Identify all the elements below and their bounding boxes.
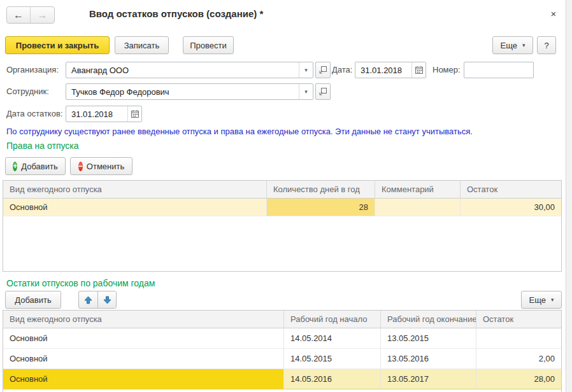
cell-year-end[interactable]: 13.05.2016 — [381, 349, 476, 369]
work-years-add-button[interactable]: Добавить — [5, 291, 61, 309]
cell-year-start[interactable]: 14.05.2015 — [284, 349, 381, 369]
employee-value: Тучков Федор Федорович — [66, 84, 299, 99]
employee-combo[interactable]: Тучков Федор Федорович ▾ — [66, 83, 313, 100]
vacation-rights-table: Вид ежегодного отпуска Количество дней в… — [3, 180, 562, 272]
help-button[interactable]: ? — [537, 36, 556, 54]
minus-icon: − — [78, 162, 83, 171]
open-form-icon — [319, 88, 327, 95]
warning-message: По сотруднику существуют ранее введенные… — [6, 127, 473, 136]
history-nav: ← → — [6, 6, 55, 24]
more-button-top[interactable]: Еще ▾ — [492, 36, 533, 54]
write-button[interactable]: Записать — [115, 36, 169, 54]
rights-add-label: Добавить — [21, 162, 57, 171]
section-title-vacation-rights: Права на отпуска — [6, 141, 79, 151]
employee-dropdown-button[interactable]: ▾ — [299, 84, 313, 99]
forward-icon: → — [38, 10, 48, 21]
page-title: Ввод остатков отпусков (создание) * — [89, 8, 263, 19]
calendar-icon — [131, 110, 139, 118]
table-row[interactable]: Основной 14.05.2014 13.05.2015 — [3, 328, 561, 349]
more-label: Еще — [529, 295, 546, 305]
number-input[interactable] — [464, 62, 533, 78]
calendar-icon — [415, 66, 423, 74]
move-down-button[interactable] — [97, 291, 117, 309]
number-label: Номер: — [433, 65, 461, 74]
open-form-icon — [319, 66, 327, 74]
forward-button[interactable]: → — [31, 7, 54, 23]
organization-dropdown-button[interactable]: ▾ — [299, 62, 313, 78]
arrow-up-icon — [84, 296, 92, 304]
plus-icon: + — [13, 162, 17, 171]
cell-balance[interactable] — [476, 328, 561, 349]
organization-value: Авангард ООО — [66, 62, 299, 78]
column-header: Вид ежегодного отпуска — [3, 181, 267, 199]
chevron-down-icon: ▾ — [551, 297, 554, 303]
work-year-balances-table: Вид ежегодного отпуска Рабочий год начал… — [3, 310, 562, 392]
post-and-close-button[interactable]: Провести и закрыть — [5, 36, 110, 54]
cell-year-start[interactable]: 14.05.2014 — [284, 328, 381, 349]
rights-cancel-button[interactable]: − Отменить — [70, 157, 132, 175]
employee-open-button[interactable] — [315, 83, 331, 100]
post-button[interactable]: Провести — [183, 36, 234, 54]
move-row-buttons — [78, 291, 117, 309]
chevron-down-icon: ▾ — [522, 42, 526, 48]
rights-add-button[interactable]: + Добавить — [5, 157, 66, 175]
date-value: 31.01.2018 — [355, 62, 411, 78]
cell-year-start[interactable]: 14.05.2016 — [284, 369, 381, 389]
balance-date-value: 31.01.2018 — [66, 106, 127, 122]
balance-date-calendar-button[interactable] — [127, 106, 141, 122]
column-header: Вид ежегодного отпуска — [3, 311, 284, 328]
back-icon: ← — [13, 10, 24, 21]
table-header-row: Вид ежегодного отпуска Количество дней в… — [3, 181, 561, 199]
rights-cancel-label: Отменить — [87, 162, 124, 171]
section-title-work-year-balances: Остатки отпусков по рабочим годам — [6, 278, 155, 288]
balance-date-label: Дата остатков: — [6, 109, 62, 118]
move-up-button[interactable] — [78, 291, 97, 309]
column-header: Комментарий — [375, 181, 461, 199]
close-button[interactable]: × — [547, 6, 561, 20]
column-header: Остаток — [461, 181, 561, 199]
document-window: ← → Ввод остатков отпусков (создание) * … — [0, 0, 572, 392]
cell-balance[interactable]: 2,00 — [476, 349, 561, 369]
cell-year-end[interactable]: 13.05.2015 — [381, 328, 476, 349]
table-row[interactable]: Основной 14.05.2015 13.05.2016 2,00 — [3, 349, 561, 369]
cell-comment[interactable] — [375, 199, 461, 216]
cell-year-end[interactable]: 13.05.2017 — [381, 369, 476, 389]
column-header: Рабочий год окончание — [381, 311, 476, 328]
cell-vacation-kind[interactable]: Основной — [3, 369, 284, 389]
cell-balance[interactable]: 28,00 — [476, 369, 561, 389]
chevron-down-icon: ▾ — [304, 67, 308, 73]
column-header: Рабочий год начало — [284, 311, 381, 328]
arrow-down-icon — [103, 296, 111, 304]
cell-balance[interactable]: 30,00 — [461, 199, 561, 216]
number-field[interactable] — [464, 62, 534, 78]
more-button-work-years[interactable]: Еще ▾ — [521, 291, 562, 309]
cell-vacation-kind[interactable]: Основной — [3, 199, 267, 216]
table-row-selected[interactable]: Основной 14.05.2016 13.05.2017 28,00 — [3, 369, 561, 389]
back-button[interactable]: ← — [7, 7, 31, 23]
column-header: Остаток — [476, 311, 561, 328]
cell-vacation-kind[interactable]: Основной — [3, 349, 284, 369]
organization-label: Организация: — [6, 65, 59, 74]
more-label: Еще — [501, 41, 517, 50]
employee-label: Сотрудник: — [6, 87, 49, 96]
table-row[interactable]: Основной 28 30,00 — [3, 199, 561, 216]
date-label: Дата: — [332, 65, 352, 74]
date-calendar-button[interactable] — [411, 62, 425, 78]
balance-date-field[interactable]: 31.01.2018 — [66, 106, 142, 122]
chevron-down-icon: ▾ — [304, 88, 308, 95]
organization-open-button[interactable] — [315, 62, 331, 78]
table-header-row: Вид ежегодного отпуска Рабочий год начал… — [3, 311, 561, 328]
cell-days-per-year[interactable]: 28 — [267, 199, 375, 216]
scrollbar-track[interactable] — [566, 0, 572, 392]
date-field[interactable]: 31.01.2018 — [355, 62, 426, 78]
column-header: Количество дней в год — [267, 181, 375, 199]
close-icon: × — [551, 8, 557, 19]
cell-vacation-kind[interactable]: Основной — [3, 328, 284, 349]
organization-combo[interactable]: Авангард ООО ▾ — [66, 62, 313, 78]
